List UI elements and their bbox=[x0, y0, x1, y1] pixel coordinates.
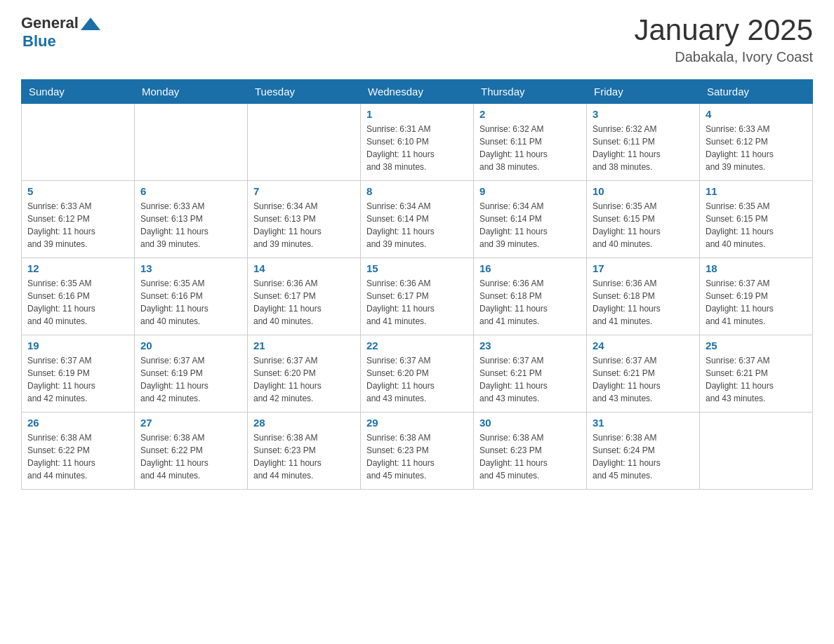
calendar-cell: 15Sunrise: 6:36 AM Sunset: 6:17 PM Dayli… bbox=[361, 258, 474, 335]
day-number: 5 bbox=[27, 185, 128, 197]
day-number: 24 bbox=[593, 340, 694, 351]
calendar-table: SundayMondayTuesdayWednesdayThursdayFrid… bbox=[21, 79, 813, 490]
day-number: 19 bbox=[27, 340, 128, 351]
day-number: 12 bbox=[27, 262, 128, 274]
day-info: Sunrise: 6:37 AM Sunset: 6:19 PM Dayligh… bbox=[140, 354, 241, 405]
calendar-cell: 9Sunrise: 6:34 AM Sunset: 6:14 PM Daylig… bbox=[474, 181, 587, 258]
calendar-cell: 30Sunrise: 6:38 AM Sunset: 6:23 PM Dayli… bbox=[474, 412, 587, 490]
calendar-cell: 8Sunrise: 6:34 AM Sunset: 6:14 PM Daylig… bbox=[361, 181, 474, 258]
calendar-cell: 21Sunrise: 6:37 AM Sunset: 6:20 PM Dayli… bbox=[248, 335, 361, 412]
calendar-cell: 5Sunrise: 6:33 AM Sunset: 6:12 PM Daylig… bbox=[22, 181, 135, 258]
day-number: 11 bbox=[706, 185, 807, 197]
logo-general-text: General bbox=[21, 14, 79, 32]
calendar-cell: 28Sunrise: 6:38 AM Sunset: 6:23 PM Dayli… bbox=[248, 412, 361, 490]
day-number: 20 bbox=[140, 340, 241, 351]
calendar-cell: 14Sunrise: 6:36 AM Sunset: 6:17 PM Dayli… bbox=[248, 258, 361, 335]
logo: General Blue bbox=[21, 14, 100, 51]
day-number: 31 bbox=[593, 417, 694, 429]
day-number: 22 bbox=[366, 340, 468, 351]
day-number: 27 bbox=[140, 417, 241, 429]
day-info: Sunrise: 6:38 AM Sunset: 6:24 PM Dayligh… bbox=[593, 431, 694, 482]
calendar-body: 1Sunrise: 6:31 AM Sunset: 6:10 PM Daylig… bbox=[22, 104, 813, 490]
calendar-week-5: 26Sunrise: 6:38 AM Sunset: 6:22 PM Dayli… bbox=[22, 412, 813, 490]
title-section: January 2025 Dabakala, Ivory Coast bbox=[634, 14, 813, 65]
calendar-cell: 31Sunrise: 6:38 AM Sunset: 6:24 PM Dayli… bbox=[587, 412, 700, 490]
day-info: Sunrise: 6:38 AM Sunset: 6:23 PM Dayligh… bbox=[366, 431, 468, 482]
calendar-cell bbox=[22, 104, 135, 181]
day-info: Sunrise: 6:32 AM Sunset: 6:11 PM Dayligh… bbox=[479, 123, 581, 173]
day-info: Sunrise: 6:38 AM Sunset: 6:23 PM Dayligh… bbox=[479, 431, 581, 482]
day-number: 8 bbox=[366, 185, 468, 197]
header-cell-wednesday: Wednesday bbox=[361, 80, 474, 104]
day-number: 17 bbox=[593, 262, 694, 274]
calendar-cell: 7Sunrise: 6:34 AM Sunset: 6:13 PM Daylig… bbox=[248, 181, 361, 258]
calendar-cell: 13Sunrise: 6:35 AM Sunset: 6:16 PM Dayli… bbox=[135, 258, 248, 335]
day-info: Sunrise: 6:36 AM Sunset: 6:17 PM Dayligh… bbox=[366, 277, 468, 328]
calendar-cell: 29Sunrise: 6:38 AM Sunset: 6:23 PM Dayli… bbox=[361, 412, 474, 490]
calendar-cell bbox=[700, 412, 813, 490]
day-info: Sunrise: 6:37 AM Sunset: 6:19 PM Dayligh… bbox=[27, 354, 128, 405]
header-cell-tuesday: Tuesday bbox=[248, 80, 361, 104]
day-info: Sunrise: 6:35 AM Sunset: 6:15 PM Dayligh… bbox=[593, 200, 694, 250]
day-number: 14 bbox=[253, 262, 355, 274]
day-info: Sunrise: 6:38 AM Sunset: 6:22 PM Dayligh… bbox=[27, 431, 128, 482]
day-number: 10 bbox=[593, 185, 694, 197]
day-info: Sunrise: 6:36 AM Sunset: 6:17 PM Dayligh… bbox=[253, 277, 355, 328]
calendar-cell: 1Sunrise: 6:31 AM Sunset: 6:10 PM Daylig… bbox=[361, 104, 474, 181]
day-number: 16 bbox=[479, 262, 581, 274]
day-info: Sunrise: 6:33 AM Sunset: 6:13 PM Dayligh… bbox=[140, 200, 241, 250]
calendar-week-4: 19Sunrise: 6:37 AM Sunset: 6:19 PM Dayli… bbox=[22, 335, 813, 412]
day-number: 18 bbox=[706, 262, 807, 274]
calendar-week-2: 5Sunrise: 6:33 AM Sunset: 6:12 PM Daylig… bbox=[22, 181, 813, 258]
calendar-cell: 20Sunrise: 6:37 AM Sunset: 6:19 PM Dayli… bbox=[135, 335, 248, 412]
day-number: 4 bbox=[706, 108, 807, 120]
day-info: Sunrise: 6:37 AM Sunset: 6:19 PM Dayligh… bbox=[706, 277, 807, 328]
day-info: Sunrise: 6:34 AM Sunset: 6:13 PM Dayligh… bbox=[253, 200, 355, 250]
day-number: 25 bbox=[706, 340, 807, 351]
calendar-cell: 10Sunrise: 6:35 AM Sunset: 6:15 PM Dayli… bbox=[587, 181, 700, 258]
day-info: Sunrise: 6:33 AM Sunset: 6:12 PM Dayligh… bbox=[27, 200, 128, 250]
day-number: 9 bbox=[479, 185, 581, 197]
header-row: SundayMondayTuesdayWednesdayThursdayFrid… bbox=[22, 80, 813, 104]
day-info: Sunrise: 6:37 AM Sunset: 6:21 PM Dayligh… bbox=[593, 354, 694, 405]
day-number: 30 bbox=[479, 417, 581, 429]
day-number: 2 bbox=[479, 108, 581, 120]
day-info: Sunrise: 6:38 AM Sunset: 6:22 PM Dayligh… bbox=[140, 431, 241, 482]
day-info: Sunrise: 6:36 AM Sunset: 6:18 PM Dayligh… bbox=[479, 277, 581, 328]
calendar-cell: 12Sunrise: 6:35 AM Sunset: 6:16 PM Dayli… bbox=[22, 258, 135, 335]
header-cell-sunday: Sunday bbox=[22, 80, 135, 104]
day-number: 1 bbox=[366, 108, 468, 120]
day-info: Sunrise: 6:35 AM Sunset: 6:16 PM Dayligh… bbox=[27, 277, 128, 328]
day-info: Sunrise: 6:37 AM Sunset: 6:21 PM Dayligh… bbox=[706, 354, 807, 405]
day-number: 23 bbox=[479, 340, 581, 351]
day-info: Sunrise: 6:37 AM Sunset: 6:20 PM Dayligh… bbox=[253, 354, 355, 405]
calendar-cell: 24Sunrise: 6:37 AM Sunset: 6:21 PM Dayli… bbox=[587, 335, 700, 412]
calendar-cell: 27Sunrise: 6:38 AM Sunset: 6:22 PM Dayli… bbox=[135, 412, 248, 490]
calendar-cell: 3Sunrise: 6:32 AM Sunset: 6:11 PM Daylig… bbox=[587, 104, 700, 181]
day-info: Sunrise: 6:37 AM Sunset: 6:20 PM Dayligh… bbox=[366, 354, 468, 405]
day-info: Sunrise: 6:31 AM Sunset: 6:10 PM Dayligh… bbox=[366, 123, 468, 173]
calendar-cell: 18Sunrise: 6:37 AM Sunset: 6:19 PM Dayli… bbox=[700, 258, 813, 335]
calendar-week-1: 1Sunrise: 6:31 AM Sunset: 6:10 PM Daylig… bbox=[22, 104, 813, 181]
calendar-week-3: 12Sunrise: 6:35 AM Sunset: 6:16 PM Dayli… bbox=[22, 258, 813, 335]
day-number: 26 bbox=[27, 417, 128, 429]
day-info: Sunrise: 6:37 AM Sunset: 6:21 PM Dayligh… bbox=[479, 354, 581, 405]
day-info: Sunrise: 6:33 AM Sunset: 6:12 PM Dayligh… bbox=[706, 123, 807, 173]
calendar-cell: 4Sunrise: 6:33 AM Sunset: 6:12 PM Daylig… bbox=[700, 104, 813, 181]
day-info: Sunrise: 6:35 AM Sunset: 6:15 PM Dayligh… bbox=[706, 200, 807, 250]
day-info: Sunrise: 6:32 AM Sunset: 6:11 PM Dayligh… bbox=[593, 123, 694, 173]
day-info: Sunrise: 6:35 AM Sunset: 6:16 PM Dayligh… bbox=[140, 277, 241, 328]
day-number: 7 bbox=[253, 185, 355, 197]
day-number: 3 bbox=[593, 108, 694, 120]
calendar-title: January 2025 bbox=[634, 14, 813, 46]
day-info: Sunrise: 6:34 AM Sunset: 6:14 PM Dayligh… bbox=[366, 200, 468, 250]
day-number: 15 bbox=[366, 262, 468, 274]
header-cell-monday: Monday bbox=[135, 80, 248, 104]
day-number: 6 bbox=[140, 185, 241, 197]
header-cell-saturday: Saturday bbox=[700, 80, 813, 104]
day-number: 13 bbox=[140, 262, 241, 274]
day-info: Sunrise: 6:34 AM Sunset: 6:14 PM Dayligh… bbox=[479, 200, 581, 250]
calendar-subtitle: Dabakala, Ivory Coast bbox=[634, 49, 813, 65]
calendar-cell: 26Sunrise: 6:38 AM Sunset: 6:22 PM Dayli… bbox=[22, 412, 135, 490]
day-info: Sunrise: 6:38 AM Sunset: 6:23 PM Dayligh… bbox=[253, 431, 355, 482]
